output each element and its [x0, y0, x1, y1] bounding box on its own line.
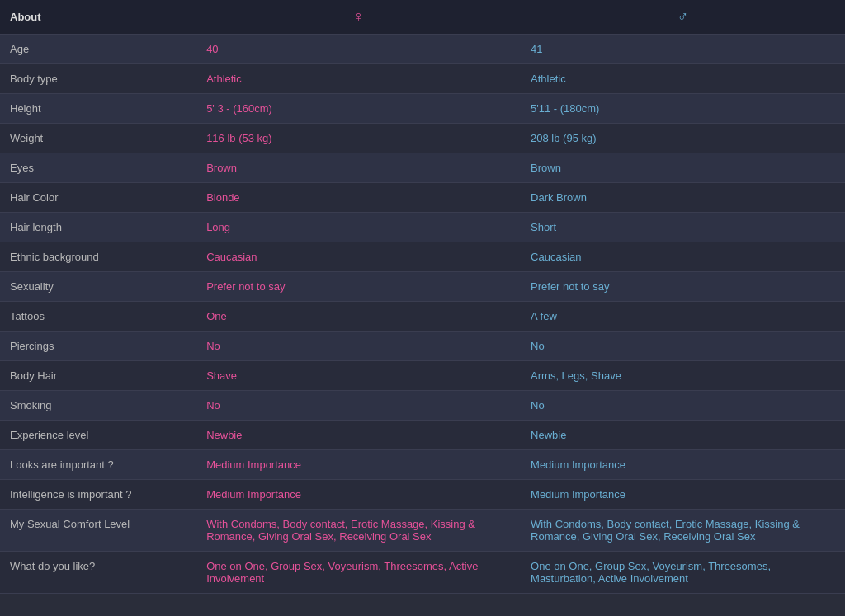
table-row: Intelligence is important ?Medium Import… — [0, 480, 845, 510]
about-label: About — [10, 11, 41, 23]
row-female-value: Blonde — [196, 183, 521, 213]
table-row: Hair ColorBlondeDark Brown — [0, 183, 845, 213]
row-male-value: Medium Importance — [521, 480, 845, 510]
table-row: SexualityPrefer not to sayPrefer not to … — [0, 272, 845, 302]
row-label: Hair length — [0, 213, 196, 242]
row-female-value: 40 — [196, 35, 521, 64]
table-row: Age4041 — [0, 35, 845, 64]
row-female-value: No — [196, 391, 521, 421]
row-label: Age — [0, 35, 196, 64]
table-row: Hair lengthLongShort — [0, 213, 845, 242]
table-row: My Sexual Comfort LevelWith Condoms, Bod… — [0, 510, 845, 552]
table-row: Height5' 3 - (160cm)5'11 - (180cm) — [0, 94, 845, 124]
row-male-value: With Condoms, Body contact, Erotic Massa… — [521, 510, 845, 552]
row-label: Body type — [0, 64, 196, 94]
row-female-value: Newbie — [196, 421, 521, 450]
table-row: Weight116 lb (53 kg)208 lb (95 kg) — [0, 124, 845, 153]
row-label: Intelligence is important ? — [0, 480, 196, 510]
row-male-value: Short — [521, 213, 845, 242]
row-label: My Sexual Comfort Level — [0, 510, 196, 552]
row-male-value: Athletic — [521, 64, 845, 94]
table-row: Body HairShaveArms, Legs, Shave — [0, 361, 845, 391]
profile-table: About ♀ ♂ Age4041Body typeAthleticAthlet… — [0, 0, 845, 594]
row-female-value: Medium Importance — [196, 450, 521, 480]
row-male-value: 5'11 - (180cm) — [521, 94, 845, 124]
row-label: Weight — [0, 124, 196, 153]
row-label: Height — [0, 94, 196, 124]
row-female-value: Long — [196, 213, 521, 242]
about-header: About — [0, 0, 196, 35]
row-female-value: Brown — [196, 153, 521, 183]
row-label: Looks are important ? — [0, 450, 196, 480]
row-male-value: Caucasian — [521, 242, 845, 272]
row-female-value: No — [196, 332, 521, 361]
table-row: Looks are important ?Medium ImportanceMe… — [0, 450, 845, 480]
row-male-value: Prefer not to say — [521, 272, 845, 302]
row-female-value: 5' 3 - (160cm) — [196, 94, 521, 124]
row-female-value: One on One, Group Sex, Voyeurism, Threes… — [196, 552, 521, 594]
table-row: SmokingNoNo — [0, 391, 845, 421]
table-row: PiercingsNoNo — [0, 332, 845, 361]
female-header: ♀ — [196, 0, 521, 35]
male-icon: ♂ — [677, 8, 689, 25]
row-male-value: One on One, Group Sex, Voyeurism, Threes… — [521, 552, 845, 594]
row-male-value: Medium Importance — [521, 450, 845, 480]
row-male-value: Newbie — [521, 421, 845, 450]
row-label: Body Hair — [0, 361, 196, 391]
table-row: Body typeAthleticAthletic — [0, 64, 845, 94]
row-label: Tattoos — [0, 302, 196, 332]
row-label: What do you like? — [0, 552, 196, 594]
row-female-value: 116 lb (53 kg) — [196, 124, 521, 153]
row-female-value: One — [196, 302, 521, 332]
row-label: Experience level — [0, 421, 196, 450]
male-header: ♂ — [521, 0, 845, 35]
row-male-value: 41 — [521, 35, 845, 64]
row-label: Hair Color — [0, 183, 196, 213]
table-row: Experience levelNewbieNewbie — [0, 421, 845, 450]
profile-table-container: About ♀ ♂ Age4041Body typeAthleticAthlet… — [0, 0, 845, 616]
row-male-value: No — [521, 332, 845, 361]
row-male-value: 208 lb (95 kg) — [521, 124, 845, 153]
table-row: Ethnic backgroundCaucasianCaucasian — [0, 242, 845, 272]
row-male-value: A few — [521, 302, 845, 332]
row-female-value: Prefer not to say — [196, 272, 521, 302]
row-female-value: With Condoms, Body contact, Erotic Massa… — [196, 510, 521, 552]
female-icon: ♀ — [353, 8, 365, 25]
row-label: Sexuality — [0, 272, 196, 302]
row-male-value: Arms, Legs, Shave — [521, 361, 845, 391]
row-female-value: Caucasian — [196, 242, 521, 272]
table-row: TattoosOneA few — [0, 302, 845, 332]
row-male-value: Dark Brown — [521, 183, 845, 213]
row-female-value: Shave — [196, 361, 521, 391]
row-label: Smoking — [0, 391, 196, 421]
row-male-value: No — [521, 391, 845, 421]
row-female-value: Athletic — [196, 64, 521, 94]
row-label: Eyes — [0, 153, 196, 183]
table-row: EyesBrownBrown — [0, 153, 845, 183]
row-label: Piercings — [0, 332, 196, 361]
table-row: What do you like?One on One, Group Sex, … — [0, 552, 845, 594]
row-male-value: Brown — [521, 153, 845, 183]
row-female-value: Medium Importance — [196, 480, 521, 510]
row-label: Ethnic background — [0, 242, 196, 272]
